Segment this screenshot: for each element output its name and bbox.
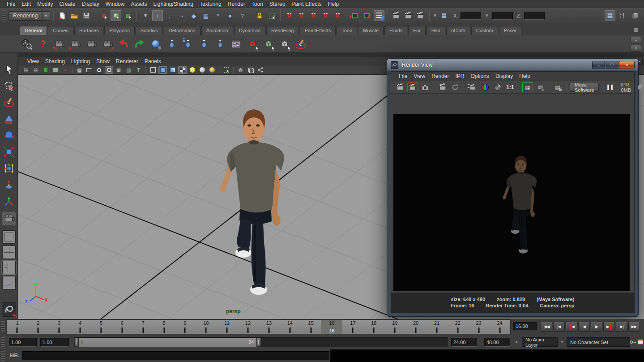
timeline-frame[interactable]: 10: [196, 320, 217, 334]
camera-dolly-right-icon[interactable]: ↗: [100, 37, 115, 51]
animation-start-input[interactable]: [9, 338, 37, 347]
shelf-tab[interactable]: Animation: [201, 26, 233, 35]
viewport-menu-item[interactable]: Shading: [42, 58, 68, 65]
camera-dolly-down-icon[interactable]: ↓: [84, 37, 98, 51]
shelf-tab[interactable]: Curves: [48, 26, 73, 35]
shelf-scroll-up-icon[interactable]: ▲: [631, 37, 641, 43]
menu-item[interactable]: Stereo: [266, 0, 288, 8]
viewport-menu-item[interactable]: Renderer: [113, 58, 141, 65]
shelf-tab[interactable]: Fluids: [384, 26, 407, 35]
gate-mask-icon[interactable]: [105, 66, 113, 74]
shelf-tab[interactable]: nCloth: [446, 26, 470, 35]
character-set-select[interactable]: No Character Set: [567, 337, 630, 347]
maximize-button[interactable]: □: [606, 61, 618, 69]
open-scene-button[interactable]: [69, 10, 80, 21]
timeline-frame[interactable]: 21: [426, 320, 448, 334]
viewport-menu-item[interactable]: Lighting: [68, 58, 93, 65]
anim-layer-dropdown-icon[interactable]: ▼: [515, 340, 518, 344]
plugin-shapes-icon[interactable]: [256, 66, 264, 74]
timeline-grip[interactable]: [1, 321, 5, 333]
ipr-render-region-button[interactable]: [437, 82, 448, 92]
resolution-gate-icon[interactable]: [95, 66, 103, 74]
cmdline-grip[interactable]: [1, 351, 5, 361]
rangerow-grip[interactable]: [1, 337, 5, 349]
timeline-frame[interactable]: 7: [132, 320, 154, 334]
auto-keyframe-toggle-icon[interactable]: [637, 339, 644, 345]
render-view-menu-item[interactable]: Help: [516, 73, 533, 80]
select-ipr-region-button[interactable]: [467, 82, 478, 92]
camera-track-icon[interactable]: $: [68, 37, 82, 51]
render-view-menu-item[interactable]: View: [410, 73, 428, 80]
camera-orbit-icon[interactable]: [52, 37, 66, 51]
timeline-frame[interactable]: 15: [300, 320, 321, 334]
statusline-grip[interactable]: [2, 10, 5, 22]
shelf-tab[interactable]: Fur: [408, 26, 426, 35]
image-plane-icon[interactable]: [51, 66, 60, 74]
select-all-mask-button[interactable]: +: [152, 10, 163, 21]
input-connections-button[interactable]: [350, 10, 360, 21]
node-connection-icon-3[interactable]: [197, 37, 211, 51]
timeline-frame[interactable]: 3: [49, 320, 70, 334]
select-camera-icon[interactable]: [21, 66, 30, 74]
node-connection-icon-1[interactable]: [165, 37, 179, 51]
render-current-frame-button[interactable]: [391, 10, 402, 21]
shelf-tab[interactable]: Custom: [471, 26, 498, 35]
timeline-frame[interactable]: 12: [238, 320, 259, 334]
smooth-shade-mode-icon[interactable]: [158, 66, 167, 74]
soft-modification-tool-button[interactable]: [2, 178, 16, 192]
minimize-button[interactable]: –: [592, 61, 605, 69]
new-scene-button[interactable]: [57, 10, 68, 21]
timeline-frame[interactable]: 11: [217, 320, 238, 334]
graph-persp-layout-button[interactable]: [2, 276, 16, 289]
bookmark-icon[interactable]: [41, 66, 50, 74]
viewport-menu-item[interactable]: Show: [93, 58, 113, 65]
film-gate-icon[interactable]: [85, 66, 94, 74]
playblast-icon[interactable]: [20, 37, 34, 51]
select-red-cube-icon[interactable]: [245, 37, 260, 51]
lock-selection-button[interactable]: [254, 10, 265, 21]
xray-mode-icon[interactable]: [236, 66, 245, 74]
alpha-channel-button[interactable]: [492, 82, 503, 92]
playback-end-input[interactable]: [451, 338, 477, 347]
shelf-tab[interactable]: Poser: [499, 26, 522, 35]
shelf-tab[interactable]: Polygons: [104, 26, 134, 35]
menu-item[interactable]: Texturing: [196, 0, 225, 8]
timeline-frame[interactable]: 22: [447, 320, 468, 334]
grid-toggle-icon[interactable]: ▦: [75, 66, 84, 74]
close-button[interactable]: ×: [619, 61, 635, 69]
rendered-image[interactable]: [393, 114, 630, 291]
shelf-tab[interactable]: Dynamics: [234, 26, 265, 35]
paint-selection-tool-button[interactable]: [2, 95, 16, 109]
safe-title-icon[interactable]: T: [134, 66, 143, 74]
shelf-tab[interactable]: Hair: [426, 26, 445, 35]
open-render-settings-button[interactable]: [522, 82, 533, 92]
outliner-persp-layout-button[interactable]: [2, 261, 16, 274]
menu-item[interactable]: Toon: [248, 0, 266, 8]
construction-history-toggle[interactable]: [374, 10, 384, 21]
render-view-menu-item[interactable]: Render: [428, 73, 452, 80]
render-view-menu-item[interactable]: Display: [492, 73, 516, 80]
character-set-dropdown-icon[interactable]: ▼: [560, 340, 564, 344]
x-coordinate-input[interactable]: [461, 12, 481, 20]
textured-mode-icon[interactable]: [168, 66, 177, 74]
timeline-frame[interactable]: 8: [154, 320, 175, 334]
renderer-select-button[interactable]: Maya Software: [570, 83, 599, 92]
display-real-size-button[interactable]: [552, 82, 563, 92]
rotate-tool-button[interactable]: [2, 128, 16, 142]
paint-selection-shelf-icon[interactable]: [294, 37, 308, 51]
one-to-one-zoom-button[interactable]: 1:1: [505, 82, 516, 92]
timeline-frame[interactable]: 2: [28, 320, 49, 334]
menu-item[interactable]: File: [4, 0, 18, 8]
playback-range-bar[interactable]: 1 24: [74, 338, 261, 347]
command-feedback-area[interactable]: [330, 349, 644, 362]
lasso-tool-button[interactable]: [2, 78, 16, 93]
z-coordinate-input[interactable]: [524, 12, 545, 20]
snap-to-view-plane-button[interactable]: [320, 10, 331, 21]
select-tool-button[interactable]: [2, 62, 16, 76]
viewport-menu-item[interactable]: View: [24, 58, 42, 65]
four-pane-layout-button[interactable]: [2, 246, 16, 259]
anim-layer-select[interactable]: No Anim Layer: [522, 337, 558, 347]
timeline-frame[interactable]: 24: [489, 320, 510, 334]
render-region-button[interactable]: [407, 82, 418, 92]
menu-item[interactable]: Paint Effects: [288, 0, 324, 8]
